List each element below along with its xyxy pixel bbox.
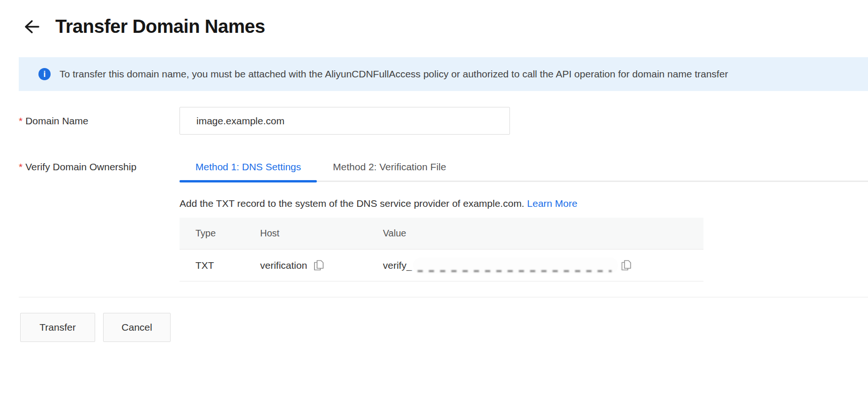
page-header: Transfer Domain Names [21, 16, 868, 37]
verify-method-tabs: Method 1: DNS Settings Method 2: Verific… [180, 161, 868, 182]
back-button[interactable] [21, 17, 41, 37]
required-asterisk: * [19, 161, 22, 172]
footer-actions: Transfer Cancel [20, 313, 868, 342]
domain-name-row: *Domain Name [19, 107, 868, 135]
transfer-button[interactable]: Transfer [20, 313, 95, 342]
copy-icon [621, 259, 631, 271]
required-asterisk: * [19, 115, 22, 126]
record-type-cell: TXT [180, 260, 260, 271]
copy-host-button[interactable] [314, 259, 324, 271]
dns-instruction-text: Add the TXT record to the system of the … [180, 198, 868, 209]
page-title: Transfer Domain Names [55, 16, 265, 37]
verify-ownership-row: *Verify Domain Ownership Method 1: DNS S… [19, 161, 868, 281]
verify-ownership-label: *Verify Domain Ownership [19, 161, 180, 173]
domain-name-input[interactable] [180, 107, 510, 135]
table-header-row: Type Host Value [180, 218, 703, 250]
copy-value-button[interactable] [621, 259, 631, 271]
column-header-type: Type [180, 228, 260, 239]
column-header-host: Host [260, 228, 383, 239]
footer-divider [19, 297, 868, 297]
info-icon: i [38, 68, 51, 80]
info-banner: i To transfer this domain name, you must… [19, 57, 868, 91]
txt-record-table: Type Host Value TXT verification [180, 218, 703, 281]
table-row: TXT verification verify_ [180, 250, 703, 281]
record-host-text: verification [260, 260, 307, 271]
record-value-cell: verify_ [383, 258, 703, 273]
learn-more-link[interactable]: Learn More [527, 198, 577, 209]
record-host-cell: verification [260, 259, 383, 271]
back-arrow-icon [22, 17, 40, 36]
tab-dns-settings[interactable]: Method 1: DNS Settings [180, 161, 317, 181]
copy-icon [314, 259, 324, 271]
domain-name-label: *Domain Name [19, 115, 180, 127]
column-header-value: Value [383, 228, 703, 239]
info-banner-text: To transfer this domain name, you must b… [60, 68, 728, 80]
verify-ownership-content: Method 1: DNS Settings Method 2: Verific… [180, 161, 868, 281]
redacted-value-blur [413, 258, 618, 273]
record-value-prefix: verify_ [383, 260, 412, 271]
cancel-button[interactable]: Cancel [103, 313, 171, 342]
tab-verification-file[interactable]: Method 2: Verification File [317, 161, 462, 181]
